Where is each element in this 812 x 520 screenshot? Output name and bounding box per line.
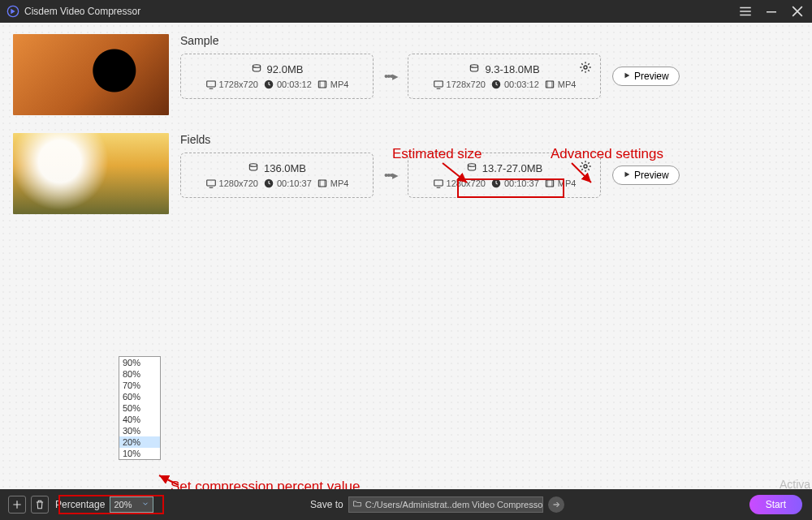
disk-icon <box>248 162 259 174</box>
arrow-icon: •••▸ <box>374 168 408 183</box>
percentage-select[interactable]: 20% <box>110 496 153 513</box>
source-card: 136.0MB 1280x720 00:10:37 MP4 <box>180 153 374 198</box>
add-file-button[interactable] <box>8 496 26 514</box>
svg-point-6 <box>471 65 478 68</box>
video-item: Sample 92.0MB 1728x720 00:03:12 MP4 •••▸ <box>0 23 812 122</box>
source-size: 92.0MB <box>267 63 304 75</box>
minimize-icon[interactable] <box>763 3 780 19</box>
monitor-icon <box>433 79 444 90</box>
titlebar: Cisdem Video Compressor <box>0 0 812 23</box>
svg-rect-9 <box>546 80 553 87</box>
disk-icon <box>469 63 480 75</box>
svg-rect-2 <box>206 80 215 86</box>
disk-icon <box>466 162 477 174</box>
film-icon <box>317 178 328 189</box>
svg-point-5 <box>584 66 587 69</box>
preview-button[interactable]: Preview <box>612 67 680 86</box>
folder-icon <box>352 499 362 510</box>
monitor-icon <box>205 79 217 90</box>
svg-point-3 <box>265 80 274 88</box>
svg-rect-16 <box>434 179 443 185</box>
video-thumbnail[interactable] <box>13 34 169 115</box>
svg-point-8 <box>492 80 501 88</box>
settings-gear-icon[interactable] <box>579 61 592 77</box>
video-name: Sample <box>180 34 799 47</box>
delete-button[interactable] <box>31 496 49 514</box>
annotation-percent: Set compression percent value <box>171 479 360 489</box>
percentage-dropdown-popup[interactable]: 90%80%70%60%50%40%30%20%10% <box>119 356 161 460</box>
play-icon <box>623 71 631 82</box>
svg-rect-11 <box>206 179 215 185</box>
source-card: 92.0MB 1728x720 00:03:12 MP4 <box>180 54 374 99</box>
clock-icon <box>263 79 274 90</box>
clock-icon <box>490 79 502 90</box>
film-icon <box>544 178 555 189</box>
svg-point-15 <box>468 164 475 167</box>
settings-gear-icon[interactable] <box>579 160 592 176</box>
clock-icon <box>263 178 274 189</box>
percentage-option[interactable]: 10% <box>119 448 160 459</box>
svg-point-17 <box>492 178 501 187</box>
target-size: 9.3-18.0MB <box>485 63 539 75</box>
svg-rect-13 <box>318 179 326 186</box>
open-folder-button[interactable] <box>548 496 564 513</box>
svg-point-0 <box>7 6 18 16</box>
svg-rect-18 <box>546 179 553 186</box>
save-to-label: Save to <box>310 499 343 510</box>
svg-point-14 <box>584 165 587 168</box>
menu-icon[interactable] <box>737 3 754 19</box>
video-item: Fields 136.0MB 1280x720 00:10:37 MP4 •••… <box>0 122 812 221</box>
preview-button[interactable]: Preview <box>612 165 680 185</box>
percentage-option[interactable]: 20% <box>119 436 160 448</box>
watermark: Activa Go to <box>780 477 812 489</box>
monitor-icon <box>433 178 444 189</box>
monitor-icon <box>205 178 217 189</box>
svg-point-12 <box>265 178 274 187</box>
arrow-icon: •••▸ <box>374 69 408 84</box>
bottombar: Percentage 20% Save to C:/Users/Administ… <box>0 489 812 520</box>
video-name: Fields <box>180 133 799 146</box>
svg-line-21 <box>159 475 179 485</box>
svg-rect-4 <box>318 80 326 87</box>
svg-point-1 <box>253 65 260 68</box>
percentage-option[interactable]: 70% <box>119 380 160 391</box>
svg-point-10 <box>249 164 257 167</box>
percentage-option[interactable]: 40% <box>119 414 160 425</box>
close-icon[interactable] <box>789 3 806 19</box>
percentage-option[interactable]: 30% <box>119 425 160 436</box>
video-thumbnail[interactable] <box>13 133 169 214</box>
svg-rect-7 <box>434 80 443 86</box>
source-size: 136.0MB <box>264 162 306 174</box>
film-icon <box>317 79 328 90</box>
app-logo-icon <box>6 5 19 18</box>
target-size: 13.7-27.0MB <box>482 162 542 174</box>
target-card: 13.7-27.0MB 1280x720 00:10:37 MP4 <box>408 153 601 198</box>
percentage-option[interactable]: 80% <box>119 368 160 380</box>
play-icon <box>623 170 631 181</box>
clock-icon <box>490 178 502 189</box>
percentage-label: Percentage <box>55 499 105 510</box>
app-title: Cisdem Video Compressor <box>24 6 140 17</box>
film-icon <box>544 79 555 90</box>
save-path-field[interactable]: C:/Users/Administrat..dem Video Compress… <box>348 496 543 513</box>
percentage-option[interactable]: 60% <box>119 391 160 402</box>
disk-icon <box>251 63 262 75</box>
percentage-option[interactable]: 50% <box>119 402 160 414</box>
content-area: Sample 92.0MB 1728x720 00:03:12 MP4 •••▸ <box>0 23 812 489</box>
start-button[interactable]: Start <box>749 495 802 514</box>
chevron-down-icon <box>141 500 149 509</box>
percentage-option[interactable]: 90% <box>119 357 160 368</box>
target-card: 9.3-18.0MB 1728x720 00:03:12 MP4 <box>408 54 601 99</box>
